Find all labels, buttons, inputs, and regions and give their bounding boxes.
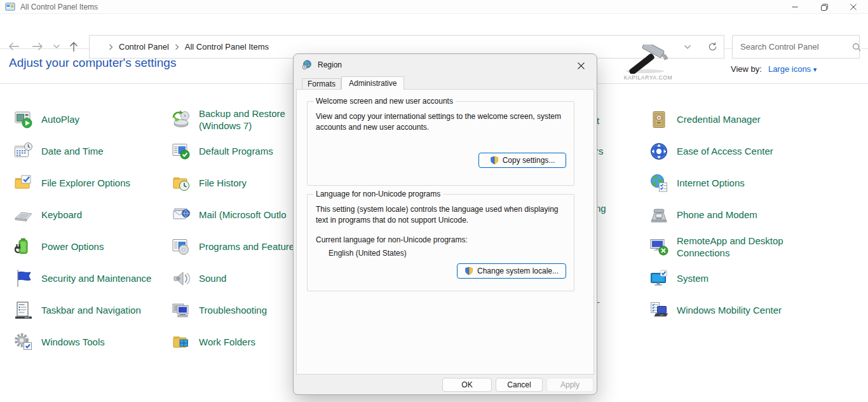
control-panel-grid-column-1: AutoPlayDate and TimeFile Explorer Optio… (13, 104, 163, 358)
non-unicode-language-group: Language for non-Unicode programs This s… (307, 194, 574, 291)
minimize-button[interactable] (780, 0, 810, 14)
search-icon[interactable] (852, 43, 861, 52)
troubleshooting-icon (170, 300, 192, 321)
control-panel-item-remoteapp-and-desktop-connections[interactable]: RemoteApp and Desktop Connections (648, 231, 820, 263)
control-panel-item-windows-mobility-center[interactable]: Windows Mobility Center (648, 295, 820, 326)
work-folders-icon (170, 331, 192, 353)
change-system-locale-button[interactable]: Change system locale... (457, 263, 566, 279)
tab-formats[interactable]: Formats (302, 78, 341, 89)
control-panel-item-windows-tools[interactable]: Windows Tools (13, 326, 163, 358)
tab-administrative[interactable]: Administrative (341, 76, 404, 90)
watermark-caption: KAPILARYA.COM (613, 74, 683, 81)
control-panel-item-label: RemoteApp and Desktop Connections (677, 235, 794, 260)
phone-modem-icon (648, 204, 670, 226)
view-by-dropdown[interactable]: Large icons ▾ (768, 64, 817, 74)
control-panel-item-taskbar-and-navigation[interactable]: Taskbar and Navigation (13, 295, 163, 326)
up-icon[interactable] (67, 40, 81, 53)
control-panel-item-label: Keyboard (41, 209, 82, 221)
date-time-icon (13, 141, 34, 162)
control-panel-item-label: File Explorer Options (41, 177, 130, 190)
file-explorer-options-icon (13, 172, 34, 194)
file-history-icon (170, 172, 192, 194)
close-button[interactable] (839, 0, 868, 14)
control-panel-item-autoplay[interactable]: AutoPlay (13, 104, 163, 135)
sound-icon (170, 268, 192, 289)
windows-tools-icon (13, 331, 34, 353)
administrative-tab-page: Welcome screen and new user accounts Vie… (296, 89, 594, 375)
control-panel-item-programs-and-feature[interactable]: Programs and Feature (170, 231, 304, 263)
current-language-value: English (United States) (329, 249, 566, 258)
ok-button[interactable]: OK (442, 378, 492, 392)
breadcrumb-chevron-icon[interactable] (109, 44, 113, 50)
control-panel-item-label: AutoPlay (41, 113, 79, 126)
non-unicode-language-description: This setting (system locale) controls th… (316, 204, 565, 226)
control-panel-item-backup-and-restore-windows-7[interactable]: Backup and Restore (Windows 7) (170, 104, 304, 135)
breadcrumb-item-control-panel[interactable]: Control Panel (117, 41, 171, 53)
forward-icon[interactable] (31, 40, 44, 53)
taskbar-navigation-icon (13, 300, 34, 321)
search-box (732, 35, 860, 59)
control-panel-app-icon (5, 2, 15, 12)
control-panel-item-label: Windows Tools (41, 336, 105, 349)
power-options-icon (13, 236, 34, 258)
apply-button[interactable]: Apply (546, 378, 593, 392)
address-dropdown-chevron-icon[interactable] (684, 45, 691, 50)
restore-button[interactable] (810, 0, 839, 14)
view-by-caret-icon: ▾ (813, 66, 817, 73)
breadcrumb-chevron-icon[interactable] (175, 44, 179, 50)
welcome-screen-group: Welcome screen and new user accounts Vie… (307, 101, 574, 186)
control-panel-item-security-and-maintenance[interactable]: Security and Maintenance (13, 263, 163, 295)
copy-settings-button[interactable]: Copy settings... (478, 153, 566, 168)
navigation-bar: Control Panel All Control Panel Items (0, 15, 868, 49)
breadcrumb-item-all-control-panel-items[interactable]: All Control Panel Items (183, 41, 271, 53)
control-panel-item-label: Work Folders (199, 336, 255, 349)
control-panel-item-credential-manager[interactable]: Credential Manager (648, 104, 820, 135)
region-globe-icon (302, 60, 312, 70)
keyboard-icon (13, 204, 34, 226)
control-panel-item-label: System (677, 272, 709, 285)
view-by-label: View by: (731, 64, 762, 74)
refresh-icon[interactable] (708, 42, 717, 52)
control-panel-item-sound[interactable]: Sound (170, 263, 304, 295)
control-panel-item-power-options[interactable]: Power Options (13, 231, 163, 263)
region-dialog: Region Formats Administrative Welcome sc… (293, 53, 597, 395)
control-panel-item-label: Programs and Feature (199, 240, 294, 253)
control-panel-item-ease-of-access-center[interactable]: Ease of Access Center (648, 135, 820, 167)
window-titlebar: All Control Panel Items (0, 0, 868, 14)
autoplay-icon (13, 109, 34, 130)
dialog-close-icon[interactable] (573, 59, 589, 72)
control-panel-item-date-and-time[interactable]: Date and Time (13, 135, 163, 167)
search-input[interactable] (733, 42, 852, 52)
welcome-screen-group-description: View and copy your international setting… (316, 111, 565, 134)
control-panel-item-file-history[interactable]: File History (170, 167, 304, 199)
security-maintenance-icon (13, 268, 34, 289)
control-panel-item-label: Internet Options (677, 177, 745, 190)
region-dialog-title: Region (318, 60, 342, 69)
control-panel-item-system[interactable]: System (648, 263, 820, 295)
control-panel-item-default-programs[interactable]: Default Programs (170, 135, 304, 167)
uac-shield-icon (465, 267, 473, 275)
control-panel-item-file-explorer-options[interactable]: File Explorer Options (13, 167, 163, 199)
control-panel-item-troubleshooting[interactable]: Troubleshooting (170, 295, 304, 326)
watermark: KAPILARYA.COM (613, 45, 683, 81)
page-title: Adjust your computer's settings (9, 56, 176, 70)
window-title: All Control Panel Items (20, 3, 98, 11)
control-panel-item-mail-microsoft-outlo[interactable]: Mail (Microsoft Outlo (170, 199, 304, 231)
control-panel-item-label: Power Options (41, 240, 104, 253)
back-icon[interactable] (7, 40, 21, 53)
remoteapp-icon (648, 236, 670, 258)
control-panel-item-label: Sound (199, 272, 226, 285)
control-panel-item-work-folders[interactable]: Work Folders (170, 326, 304, 358)
control-panel-item-label: Troubleshooting (199, 304, 267, 317)
recent-locations-chevron-icon[interactable] (50, 40, 64, 53)
control-panel-item-keyboard[interactable]: Keyboard (13, 199, 163, 231)
control-panel-item-phone-and-modem[interactable]: Phone and Modem (648, 199, 820, 231)
breadcrumb: Control Panel All Control Panel Items (90, 41, 271, 53)
control-panel-item-label: Phone and Modem (677, 209, 757, 221)
uac-shield-icon (490, 156, 499, 165)
cancel-button[interactable]: Cancel (496, 378, 543, 392)
hammer-icon (613, 45, 677, 74)
backup-restore-icon (170, 109, 192, 130)
control-panel-item-label: Date and Time (41, 145, 104, 158)
control-panel-item-internet-options[interactable]: Internet Options (648, 167, 820, 199)
